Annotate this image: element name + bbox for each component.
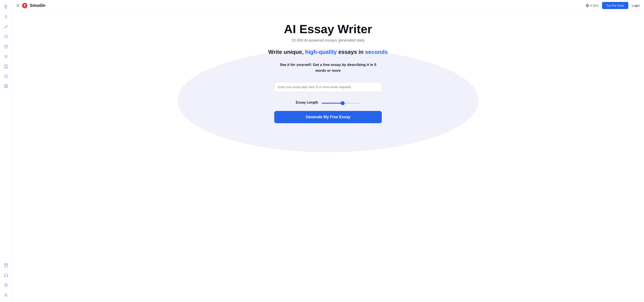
sidebar-item-apps[interactable] [2,82,10,90]
essay-length-row: Essay Length [296,101,360,104]
sidebar-item-book[interactable] [2,62,10,71]
svg-point-17 [5,293,7,295]
sidebar: A [0,0,12,302]
logo-area[interactable]: Smodin [22,2,46,9]
hero-subtitle: 20,000 AI-powered essays generated daily [292,38,364,43]
translate-icon [586,4,589,8]
topnav-right: A (En) Try For Free Login [586,2,640,9]
sidebar-item-cart[interactable] [2,261,10,270]
language-selector[interactable]: A (En) [586,4,598,8]
topnav-left: ☰ Smodin [16,2,46,9]
svg-point-20 [24,4,26,6]
sidebar-item-headset[interactable] [2,271,10,280]
svg-rect-2 [4,45,8,48]
try-free-button[interactable]: Try For Free [602,2,628,9]
brand-name: Smodin [30,3,46,8]
generate-essay-button[interactable]: Generate My Free Essay [274,111,382,123]
sidebar-item-help[interactable] [2,281,10,289]
hamburger-icon[interactable]: ☰ [16,4,19,8]
topnav: ☰ Smodin A (En) Try For Fre [12,0,644,11]
tagline-middle: essays in [337,49,365,55]
essay-length-label: Essay Length [296,101,318,104]
svg-rect-12 [4,87,6,88]
sidebar-item-feedback[interactable] [2,42,10,51]
content-area: AI Essay Writer 20,000 AI-powered essays… [12,11,644,302]
hero-tagline: Write unique, high-quality essays in sec… [268,49,388,55]
essay-length-slider-wrapper [322,101,360,104]
hero-section: AI Essay Writer 20,000 AI-powered essays… [12,11,644,55]
hero-title: AI Essay Writer [284,22,372,36]
sidebar-item-user[interactable] [2,291,10,299]
svg-rect-13 [6,87,8,88]
svg-point-1 [5,15,7,17]
blob-container: See it for yourself: Get a free essay by… [12,49,644,136]
sidebar-item-chat[interactable] [2,32,10,41]
essay-input-wrapper [274,82,382,92]
sidebar-item-document[interactable] [2,3,10,11]
sidebar-item-edit[interactable] [2,22,10,31]
smodin-logo-icon [22,2,28,9]
tagline-highlight2: seconds [365,49,388,55]
svg-rect-10 [4,85,6,86]
essay-length-slider[interactable] [322,103,360,104]
svg-rect-11 [6,85,8,86]
essay-topic-input[interactable] [274,82,382,92]
main-wrapper: ☰ Smodin A (En) Try For Fre [12,0,644,302]
sidebar-item-circle-a[interactable]: A [2,72,10,81]
sidebar-divider [2,258,10,258]
login-button[interactable]: Login [632,4,640,7]
svg-text:A: A [5,75,6,77]
sidebar-item-lightbulb[interactable] [2,13,10,21]
tagline-highlight1: high-quality [305,49,337,55]
sidebar-item-list[interactable] [2,52,10,61]
see-it-text: See it for yourself: Get a free essay by… [280,62,376,73]
language-label: A (En) [590,4,598,7]
tagline-prefix: Write unique, [268,49,305,55]
